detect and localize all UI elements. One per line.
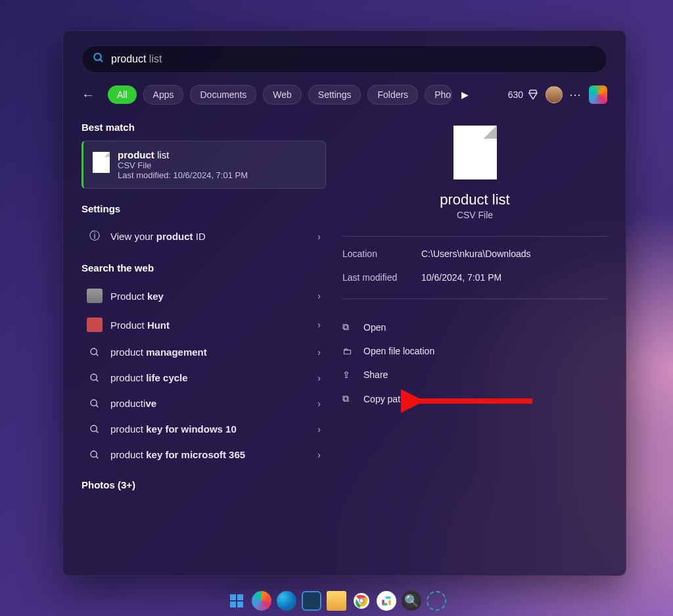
divider	[342, 236, 607, 237]
settings-heading: Settings	[81, 203, 326, 214]
web-result-label: Product Hunt	[110, 320, 170, 331]
search-icon	[87, 450, 103, 460]
svg-rect-23	[382, 603, 387, 605]
app-icon[interactable]	[427, 591, 446, 611]
svg-point-10	[91, 451, 97, 457]
svg-point-6	[91, 400, 97, 406]
open-icon: ⧉	[342, 321, 354, 333]
user-avatar[interactable]	[545, 86, 563, 103]
chevron-right-icon: ›	[317, 450, 321, 460]
preview-type: CSV File	[457, 210, 493, 220]
svg-rect-15	[230, 602, 236, 607]
scroll-right-button[interactable]: ▶	[461, 89, 469, 100]
preview-metadata: Location C:\Users\nkura\Downloads Last m…	[342, 249, 607, 283]
copilot-icon[interactable]	[589, 85, 607, 104]
svg-line-1	[100, 59, 103, 62]
svg-rect-13	[230, 594, 236, 600]
chevron-right-icon: ›	[317, 320, 321, 330]
svg-rect-22	[388, 600, 390, 605]
web-result[interactable]: product management›	[81, 339, 326, 365]
open-label: Open	[363, 322, 386, 333]
modified-label: Last modified	[342, 272, 421, 283]
web-result-label: product key for microsoft 365	[110, 449, 245, 460]
search-icon	[87, 373, 103, 383]
web-result[interactable]: Product key›	[81, 281, 326, 310]
copy-icon: ⧉	[342, 393, 354, 404]
filter-folders[interactable]: Folders	[367, 85, 418, 105]
svg-rect-14	[237, 594, 243, 600]
more-button[interactable]: ⋯	[569, 87, 582, 102]
location-value: C:\Users\nkura\Downloads	[421, 249, 607, 259]
web-result[interactable]: productive›	[81, 391, 326, 416]
copilot-taskbar-icon[interactable]	[252, 591, 271, 611]
info-icon: ⓘ	[87, 229, 103, 243]
web-result[interactable]: product key for windows 10›	[81, 416, 326, 442]
settings-result[interactable]: ⓘ View your product ID ›	[81, 222, 326, 250]
best-match-result[interactable]: product list CSV File Last modified: 10/…	[81, 141, 326, 189]
preview-pane: product list CSV File Location C:\Users\…	[326, 118, 607, 559]
search-input[interactable]: product list	[81, 45, 607, 73]
web-result[interactable]: product key for microsoft 365›	[81, 442, 326, 467]
web-result[interactable]: Product Hunt›	[81, 310, 326, 339]
chevron-right-icon: ›	[317, 291, 321, 301]
web-result-label: Product key	[110, 291, 164, 302]
best-match-modified: Last modified: 10/6/2024, 7:01 PM	[118, 170, 248, 180]
divider	[342, 298, 607, 299]
microsoft-store-icon[interactable]	[302, 591, 321, 611]
open-action[interactable]: ⧉Open	[342, 315, 607, 339]
edge-icon[interactable]	[277, 591, 296, 611]
search-taskbar-icon[interactable]: 🔍	[402, 591, 421, 611]
chevron-right-icon: ›	[317, 373, 321, 383]
filter-all[interactable]: All	[108, 85, 137, 104]
svg-line-3	[96, 354, 98, 356]
svg-point-0	[94, 53, 101, 60]
points-value: 630	[508, 89, 523, 100]
best-match-type: CSV File	[118, 160, 248, 170]
start-button[interactable]	[227, 591, 246, 611]
filter-web[interactable]: Web	[263, 85, 302, 105]
rewards-icon	[527, 89, 539, 101]
search-icon	[87, 347, 103, 358]
web-result-label: product life cycle	[110, 372, 188, 383]
copy-path-action[interactable]: ⧉Copy path	[342, 387, 607, 411]
site-thumb-icon	[87, 289, 103, 303]
web-result[interactable]: product life cycle›	[81, 365, 326, 391]
share-action[interactable]: ⇪Share	[342, 363, 607, 387]
slack-icon[interactable]	[377, 591, 396, 611]
file-explorer-icon[interactable]	[327, 591, 346, 611]
svg-line-9	[96, 431, 98, 433]
search-web-heading: Search the web	[81, 262, 326, 273]
taskbar: 🔍	[0, 591, 673, 611]
svg-rect-16	[237, 602, 243, 607]
site-thumb-icon	[87, 318, 103, 332]
best-match-heading: Best match	[81, 122, 326, 133]
photos-heading: Photos (3+)	[81, 479, 326, 490]
svg-line-5	[96, 379, 98, 381]
svg-point-8	[91, 425, 97, 431]
open-file-location-action[interactable]: 🗀Open file location	[342, 339, 607, 363]
svg-point-4	[91, 374, 97, 380]
windows-search-panel: product list ← All Apps Documents Web Se…	[62, 30, 626, 576]
chrome-icon[interactable]	[352, 591, 371, 611]
svg-line-11	[96, 456, 98, 458]
settings-result-label: View your product ID	[110, 231, 206, 242]
web-result-label: product management	[110, 346, 207, 358]
preview-title: product list	[440, 191, 509, 208]
filter-bar: ← All Apps Documents Web Settings Folder…	[63, 85, 626, 118]
location-label: Location	[342, 249, 421, 259]
filter-documents[interactable]: Documents	[190, 85, 256, 105]
filter-settings[interactable]: Settings	[308, 85, 361, 105]
chevron-right-icon: ›	[317, 398, 321, 409]
folder-icon: 🗀	[342, 346, 354, 356]
filter-photos[interactable]: Photos	[425, 85, 452, 105]
chevron-right-icon: ›	[317, 424, 321, 435]
back-button[interactable]: ←	[81, 87, 101, 103]
file-icon-large	[453, 126, 497, 179]
svg-rect-21	[385, 596, 390, 598]
rewards-points[interactable]: 630	[508, 89, 539, 101]
best-match-title: product list	[118, 149, 248, 160]
modified-value: 10/6/2024, 7:01 PM	[421, 272, 607, 283]
open-location-label: Open file location	[363, 346, 434, 356]
chevron-right-icon: ›	[317, 347, 321, 358]
filter-apps[interactable]: Apps	[143, 85, 184, 105]
